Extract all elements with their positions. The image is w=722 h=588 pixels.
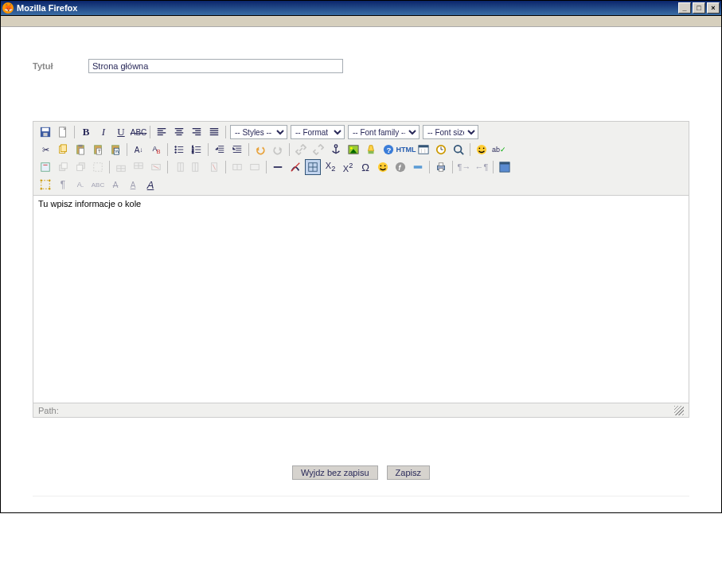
svg-rect-99: [251, 165, 260, 170]
resize-grip[interactable]: [674, 406, 684, 415]
html-source-button[interactable]: HTML: [398, 142, 414, 158]
svg-point-107: [384, 165, 386, 166]
superscript-icon[interactable]: X2: [340, 159, 356, 175]
svg-marker-45: [216, 147, 218, 150]
table-delete-row-icon[interactable]: [148, 159, 164, 175]
redo-icon[interactable]: [270, 142, 286, 158]
format-select[interactable]: -- Format --: [291, 125, 345, 139]
exit-without-save-button[interactable]: Wyjdz bez zapisu: [292, 465, 378, 480]
ltr-icon[interactable]: ¶→: [456, 159, 472, 175]
table-row-before-icon[interactable]: [113, 159, 129, 175]
unlink-icon[interactable]: [310, 142, 326, 158]
cut-icon[interactable]: ✂: [37, 142, 53, 158]
paste-icon[interactable]: [72, 142, 88, 158]
svg-rect-76: [41, 163, 50, 172]
media-icon[interactable]: f: [392, 159, 408, 175]
cite-icon[interactable]: ¶: [55, 177, 71, 193]
rich-text-editor: B I U ABC -- Styles -- -- Format -- -- F…: [33, 121, 689, 418]
insert-date-icon[interactable]: [416, 142, 431, 158]
table-delete-col-icon[interactable]: [206, 159, 222, 175]
find-replace-icon[interactable]: AB: [148, 142, 164, 158]
align-center-button[interactable]: [171, 124, 187, 140]
styles-select[interactable]: -- Styles --: [230, 125, 287, 139]
layer-forward-icon[interactable]: [55, 159, 71, 175]
preview-icon[interactable]: [451, 142, 466, 158]
paste-text-icon[interactable]: T: [90, 142, 106, 158]
style-props-icon[interactable]: [37, 177, 53, 193]
editor-toolbar: B I U ABC -- Styles -- -- Format -- -- F…: [33, 122, 689, 196]
numbered-list-icon[interactable]: 123: [189, 142, 205, 158]
align-left-button[interactable]: [154, 124, 170, 140]
advhr-icon[interactable]: [410, 159, 426, 175]
bullet-list-icon[interactable]: [171, 142, 187, 158]
anchor-icon[interactable]: [328, 142, 344, 158]
acronym-icon[interactable]: ABC: [90, 177, 106, 193]
separator: [208, 143, 209, 156]
print-icon[interactable]: [433, 159, 449, 175]
indent-icon[interactable]: [229, 142, 245, 158]
font-size-select[interactable]: -- Font size --: [423, 125, 478, 139]
table-col-before-icon[interactable]: [171, 159, 187, 175]
svg-point-118: [49, 180, 50, 181]
help-icon[interactable]: ?: [381, 142, 396, 158]
maximize-button[interactable]: □: [693, 2, 705, 14]
page-content: Tytuł B I U ABC: [1, 27, 721, 512]
font-family-select[interactable]: -- Font family --: [348, 125, 420, 139]
action-buttons: Wyjdz bez zapisu Zapisz: [33, 465, 689, 480]
table-row-after-icon[interactable]: [131, 159, 146, 175]
svg-point-75: [483, 147, 485, 149]
del-icon[interactable]: A: [107, 177, 123, 193]
emotions-icon[interactable]: [375, 159, 391, 175]
svg-line-72: [461, 152, 464, 155]
toggle-guidelines-icon[interactable]: [305, 159, 321, 175]
bold-button[interactable]: B: [78, 124, 94, 140]
svg-rect-61: [369, 151, 374, 154]
horizontal-rule-icon[interactable]: [270, 159, 286, 175]
insert-layer-icon[interactable]: [37, 159, 53, 175]
cleanup-icon[interactable]: [363, 142, 379, 158]
minimize-button[interactable]: _: [678, 2, 691, 14]
rtl-icon[interactable]: ←¶: [474, 159, 490, 175]
outdent-icon[interactable]: [212, 142, 228, 158]
svg-point-119: [41, 188, 42, 189]
undo-icon[interactable]: [252, 142, 268, 158]
attribs-icon[interactable]: A: [142, 177, 158, 193]
layer-absolute-icon[interactable]: [90, 159, 106, 175]
abbr-icon[interactable]: A.: [72, 177, 88, 193]
fullscreen-icon[interactable]: [497, 159, 513, 175]
align-justify-button[interactable]: [206, 124, 222, 140]
svg-point-73: [477, 145, 486, 154]
svg-rect-23: [78, 145, 82, 147]
svg-rect-81: [77, 165, 83, 170]
image-icon[interactable]: [345, 142, 361, 158]
svg-text:W: W: [115, 148, 119, 154]
find-icon[interactable]: A↓: [131, 142, 146, 158]
strikethrough-button[interactable]: ABC: [131, 124, 146, 140]
copy-icon[interactable]: [55, 142, 71, 158]
subscript-icon[interactable]: X2: [322, 159, 338, 175]
save-icon[interactable]: [37, 124, 53, 140]
paste-word-icon[interactable]: W: [107, 142, 123, 158]
layer-backward-icon[interactable]: [72, 159, 88, 175]
close-button[interactable]: ×: [707, 2, 720, 14]
insert-time-icon[interactable]: [433, 142, 449, 158]
editor-body[interactable]: Tu wpisz informacje o kole: [33, 196, 689, 403]
split-cells-icon[interactable]: [229, 159, 245, 175]
table-col-after-icon[interactable]: [189, 159, 205, 175]
link-icon[interactable]: [293, 142, 309, 158]
svg-rect-113: [439, 169, 443, 172]
title-input[interactable]: [88, 59, 343, 73]
emoticon-icon[interactable]: [474, 142, 490, 158]
merge-cells-icon[interactable]: [247, 159, 263, 175]
italic-button[interactable]: I: [96, 124, 111, 140]
align-right-button[interactable]: [189, 124, 205, 140]
save-button[interactable]: Zapisz: [387, 465, 430, 480]
separator: [150, 126, 150, 138]
underline-button[interactable]: U: [113, 124, 129, 140]
spellcheck-icon[interactable]: ab✓: [491, 142, 507, 158]
ins-icon[interactable]: A: [125, 177, 141, 193]
path-label: Path:: [38, 406, 59, 415]
special-char-icon[interactable]: Ω: [357, 159, 373, 175]
remove-format-icon[interactable]: [287, 159, 303, 175]
new-document-icon[interactable]: [55, 124, 71, 140]
